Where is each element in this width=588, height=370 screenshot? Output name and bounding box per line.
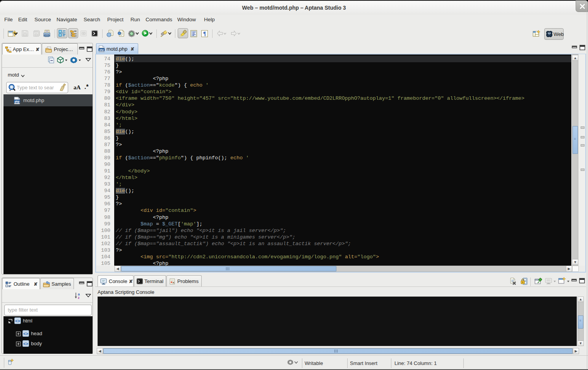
svg-text:˂˃: ˂˃ — [23, 332, 29, 336]
svg-text:˂˃: ˂˃ — [15, 319, 21, 324]
svg-text:php: php — [15, 100, 19, 103]
svg-text:˂˃: ˂˃ — [23, 342, 29, 346]
svg-text:php: php — [99, 48, 104, 51]
svg-text:¶: ¶ — [203, 31, 206, 37]
svg-text:z: z — [78, 296, 80, 299]
